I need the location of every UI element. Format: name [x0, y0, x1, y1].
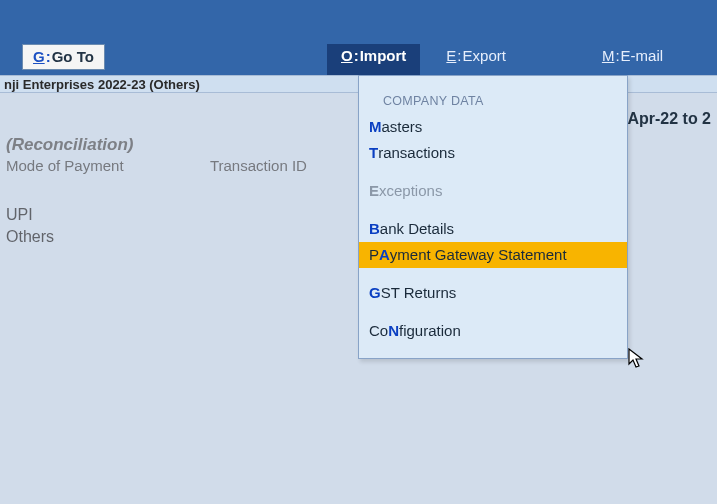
dropdown-item-bank-details[interactable]: Bank Details: [359, 216, 627, 242]
import-dropdown: COMPANY DATA MastersTransactionsExceptio…: [358, 75, 628, 359]
dropdown-item-transactions[interactable]: Transactions: [359, 140, 627, 166]
topbar: G:Go To O:ImportE:ExportM:E-mailP:Pr: [0, 0, 717, 75]
menu-strip: O:ImportE:ExportM:E-mailP:Pr: [327, 44, 717, 75]
period-label: Apr-22 to 2: [627, 110, 717, 128]
goto-label: Go To: [52, 48, 94, 65]
dropdown-item-gst-returns[interactable]: GST Returns: [359, 280, 627, 306]
dropdown-item-configuration[interactable]: CoNfiguration: [359, 318, 627, 344]
dropdown-item-payment-gateway-statement[interactable]: PAyment Gateway Statement: [359, 242, 627, 268]
menu-item-import[interactable]: O:Import: [327, 44, 420, 75]
menu-item-export[interactable]: E:Export: [432, 44, 520, 75]
menu-item-e-mail[interactable]: M:E-mail: [588, 44, 677, 75]
dropdown-item-exceptions: Exceptions: [359, 178, 627, 204]
dropdown-item-masters[interactable]: Masters: [359, 114, 627, 140]
goto-button[interactable]: G:Go To: [22, 44, 105, 70]
dropdown-section-header: COMPANY DATA: [359, 76, 627, 114]
goto-hotkey: G: [33, 48, 45, 65]
col-mode-of-payment: Mode of Payment: [6, 157, 206, 174]
col-transaction-id: Transaction ID: [210, 157, 307, 174]
